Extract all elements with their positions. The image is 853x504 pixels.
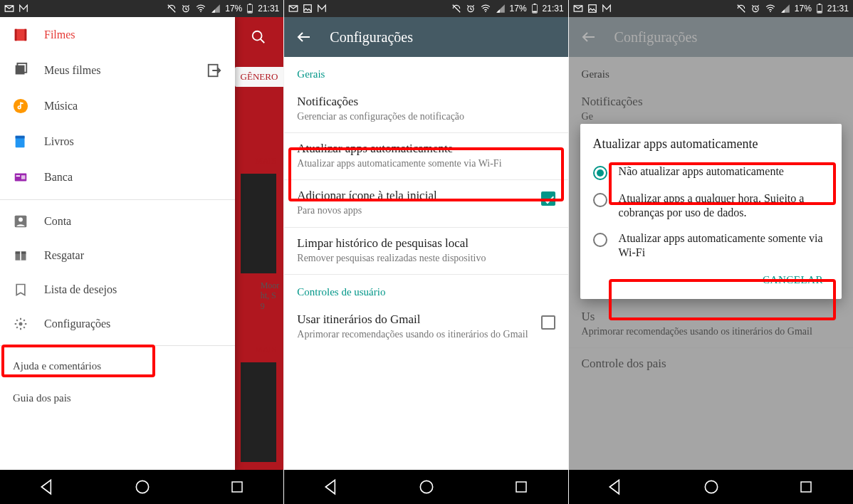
drawer-item-configuracoes[interactable]: Configurações	[0, 307, 235, 341]
section-header-gerais: Gerais	[284, 57, 567, 86]
nav-back-icon[interactable]	[38, 478, 57, 496]
drawer-item-banca[interactable]: Banca	[0, 159, 235, 195]
status-bar: 17% 21:31	[569, 0, 853, 17]
checkbox-unchecked-icon[interactable]	[541, 315, 555, 330]
back-arrow-icon[interactable]	[295, 28, 313, 46]
svg-point-23	[19, 322, 23, 326]
account-icon	[14, 214, 28, 229]
svg-point-1	[200, 11, 202, 12]
svg-rect-3	[249, 4, 251, 4]
battery-icon	[531, 4, 538, 14]
drawer-item-conta[interactable]: Conta	[0, 204, 235, 238]
background-poster-caption: Moor ht, S 9	[261, 280, 280, 311]
radio-option-wifi[interactable]: Atualizar apps automaticamente somente v…	[589, 226, 833, 264]
svg-rect-40	[818, 4, 820, 4]
setting-subtitle: Remover pesquisas realizadas neste dispo…	[297, 252, 555, 265]
svg-rect-36	[588, 5, 596, 13]
nav-back-icon[interactable]	[323, 478, 341, 496]
letter-m-icon	[19, 4, 28, 14]
drawer-item-resgatar[interactable]: Resgatar	[0, 238, 235, 273]
radio-label: Atualizar apps automaticamente somente v…	[619, 231, 829, 260]
drawer-item-label: Filmes	[44, 28, 75, 41]
drawer-item-filmes[interactable]: Filmes	[0, 17, 235, 53]
checkbox-checked-icon[interactable]	[541, 191, 555, 206]
system-nav-bar	[284, 470, 567, 504]
drawer-item-label: Música	[44, 100, 78, 112]
drawer-item-ajuda[interactable]: Ajuda e comentários	[0, 350, 235, 382]
battery-pct: 17%	[225, 4, 242, 14]
setting-title: Notificações	[297, 95, 555, 109]
setting-adicionar-icone[interactable]: Adicionar ícone à tela inicial Para novo…	[284, 180, 567, 226]
radio-option-qualquer-hora[interactable]: Atualizar apps a qualquer hora. Sujeito …	[589, 186, 833, 226]
status-bar: 17% 21:31	[0, 0, 283, 17]
setting-title: Adicionar ícone à tela inicial	[297, 189, 532, 203]
alarm-icon	[750, 4, 760, 14]
drawer-item-livros[interactable]: Livros	[0, 124, 235, 159]
phone-2-settings: 17% 21:31 Configurações Gerais Notificaç…	[284, 0, 568, 504]
background-more-2: MAIS	[255, 345, 276, 355]
wifi-icon	[195, 4, 206, 14]
setting-atualizar-apps[interactable]: Atualizar apps automaticamente Atualizar…	[284, 133, 567, 179]
mail-icon	[573, 4, 583, 14]
status-bar: 17% 21:31	[284, 0, 567, 17]
svg-point-42	[706, 481, 718, 493]
radio-option-nao-atualizar[interactable]: Não atualizar apps automaticamente	[589, 159, 833, 186]
drawer-separator	[0, 199, 235, 200]
svg-rect-34	[516, 482, 526, 492]
setting-subtitle: Atualizar apps automaticamente somente v…	[297, 157, 555, 170]
system-nav-bar	[0, 470, 283, 504]
phone-3-dialog: 17% 21:31 Configurações Gerais Notificaç…	[569, 0, 853, 504]
drawer-item-guia-pais[interactable]: Guia dos pais	[0, 382, 235, 414]
svg-rect-41	[817, 11, 822, 13]
clock-time: 21:31	[543, 4, 564, 14]
gmail-icon	[4, 4, 14, 14]
drawer-item-meus-filmes[interactable]: Meus filmes	[0, 53, 235, 88]
clock-time: 21:31	[258, 4, 279, 14]
background-poster-2	[241, 362, 276, 462]
nav-recent-icon[interactable]	[513, 478, 530, 495]
nav-home-icon[interactable]	[417, 478, 436, 496]
drawer-item-label: Banca	[44, 171, 73, 184]
svg-rect-14	[16, 136, 25, 139]
background-chip-genre: GÊNERO	[235, 67, 284, 87]
mute-icon	[451, 4, 461, 14]
mail-icon	[288, 4, 298, 14]
phone-1-drawer: 17% 21:31 GÊNERO MAIS Moor ht, S 9 MAIS …	[0, 0, 284, 504]
letter-m-icon	[317, 4, 327, 14]
nav-home-icon[interactable]	[702, 478, 721, 496]
drawer-item-label: Lista de desejos	[44, 283, 117, 296]
battery-pct: 17%	[795, 4, 812, 14]
battery-pct: 17%	[510, 4, 527, 14]
my-films-icon	[13, 63, 28, 78]
background-toolbar	[234, 17, 283, 57]
nav-recent-icon[interactable]	[797, 478, 815, 495]
signal-icon	[780, 4, 790, 14]
drawer-item-label: Resgatar	[44, 249, 84, 262]
image-icon	[587, 4, 597, 14]
nav-recent-icon[interactable]	[229, 478, 246, 495]
setting-usar-itinerarios[interactable]: Usar itinerários do Gmail Aprimorar reco…	[284, 304, 567, 350]
setting-notificacoes[interactable]: Notificações Gerenciar as configurações …	[284, 86, 567, 132]
radio-label: Não atualizar apps automaticamente	[619, 164, 784, 179]
setting-title: Atualizar apps automaticamente	[297, 142, 555, 156]
alarm-icon	[181, 4, 191, 14]
svg-point-29	[485, 11, 486, 12]
setting-limpar-historico[interactable]: Limpar histórico de pesquisas local Remo…	[284, 228, 567, 274]
svg-rect-17	[21, 175, 25, 179]
film-icon	[13, 27, 28, 43]
nav-home-icon[interactable]	[133, 478, 152, 496]
mute-icon	[167, 4, 177, 14]
wifi-icon	[480, 4, 491, 14]
background-poster-1	[241, 174, 276, 273]
svg-point-5	[253, 31, 262, 41]
cancel-button[interactable]: CANCELAR	[757, 270, 829, 290]
clock-time: 21:31	[827, 4, 849, 14]
auto-update-dialog: Atualizar apps automaticamente Não atual…	[580, 124, 842, 299]
drawer-item-musica[interactable]: Música	[0, 88, 235, 124]
drawer-item-label: Meus filmes	[44, 64, 101, 77]
radio-unselected-icon	[593, 193, 607, 207]
svg-rect-7	[15, 29, 17, 41]
nav-back-icon[interactable]	[607, 478, 625, 496]
page-title: Configurações	[330, 29, 413, 46]
drawer-item-lista-desejos[interactable]: Lista de desejos	[0, 273, 235, 307]
